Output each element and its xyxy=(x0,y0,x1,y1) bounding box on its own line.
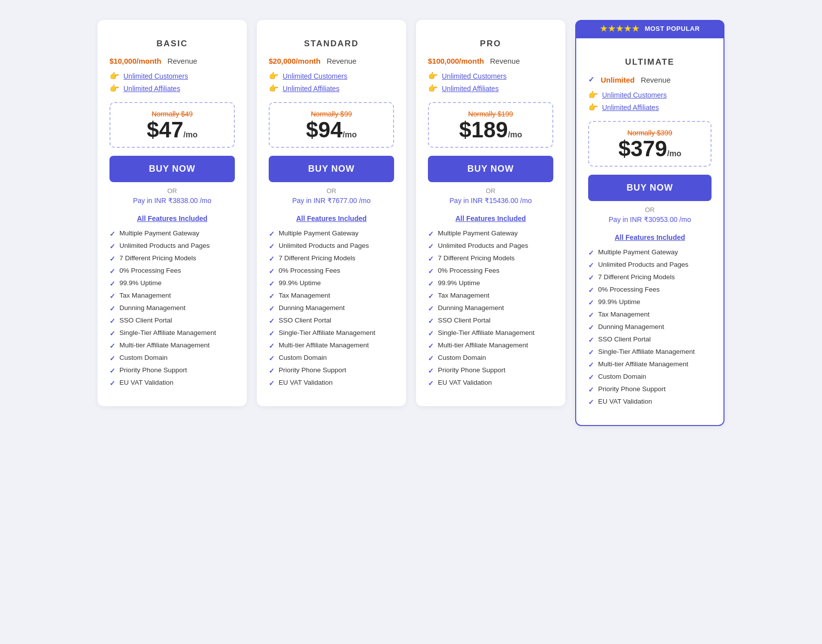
check-icon-feature-ultimate-3: ✓ xyxy=(588,286,594,294)
feature-label-ultimate-0: Multiple Payment Gateway xyxy=(598,248,678,256)
feature-item-basic-3: ✓0% Processing Fees xyxy=(109,267,235,275)
affiliates-link-standard[interactable]: Unlimited Affiliates xyxy=(283,85,339,93)
check-icon-feature-standard-4: ✓ xyxy=(269,280,275,288)
feature-item-basic-9: ✓Multi-tier Affiliate Management xyxy=(109,341,235,350)
feature-item-standard-12: ✓EU VAT Validation xyxy=(269,379,394,387)
buy-button-basic[interactable]: BUY NOW xyxy=(109,156,235,182)
check-icon-feature-standard-0: ✓ xyxy=(269,230,275,238)
check-icon-feature-ultimate-7: ✓ xyxy=(588,336,594,344)
plan-title-basic: BASIC xyxy=(109,39,235,49)
feature-label-pro-12: EU VAT Validation xyxy=(438,379,492,386)
feature-label-pro-8: Single-Tier Affiliate Management xyxy=(438,329,534,336)
current-price-ultimate: $379/mo xyxy=(594,137,706,161)
feature-item-standard-4: ✓99.9% Uptime xyxy=(269,279,394,288)
feature-item-standard-1: ✓Unlimited Products and Pages xyxy=(269,242,394,250)
feature-label-ultimate-1: Unlimited Products and Pages xyxy=(598,261,689,268)
affiliates-line-ultimate: 👉Unlimited Affiliates xyxy=(588,103,712,112)
plan-card-standard: STANDARD$20,000/month Revenue👉Unlimited … xyxy=(257,20,406,406)
feature-item-basic-10: ✓Custom Domain xyxy=(109,354,235,362)
feature-label-pro-5: Tax Management xyxy=(438,292,490,299)
check-icon-feature-pro-11: ✓ xyxy=(428,367,434,375)
feature-label-pro-4: 99.9% Uptime xyxy=(438,279,480,287)
affiliates-link-pro[interactable]: Unlimited Affiliates xyxy=(442,85,499,93)
check-icon-feature-ultimate-2: ✓ xyxy=(588,274,594,282)
feature-label-pro-6: Dunning Management xyxy=(438,304,504,312)
inr-text-pro[interactable]: Pay in INR ₹15436.00 /mo xyxy=(428,197,553,205)
feature-label-pro-10: Custom Domain xyxy=(438,354,486,361)
original-price-ultimate: Normally $399 xyxy=(594,129,706,137)
check-icon-feature-standard-1: ✓ xyxy=(269,242,275,250)
check-icon-feature-standard-10: ✓ xyxy=(269,354,275,362)
check-icon-feature-standard-7: ✓ xyxy=(269,317,275,325)
inr-text-standard[interactable]: Pay in INR ₹7677.00 /mo xyxy=(269,197,394,205)
feature-item-pro-0: ✓Multiple Payment Gateway xyxy=(428,229,553,238)
feature-label-basic-0: Multiple Payment Gateway xyxy=(119,229,200,237)
affiliates-link-ultimate[interactable]: Unlimited Affiliates xyxy=(602,104,659,111)
feature-item-ultimate-12: ✓EU VAT Validation xyxy=(588,398,712,406)
revenue-link-standard[interactable]: $20,000/month xyxy=(269,57,320,65)
buy-button-pro[interactable]: BUY NOW xyxy=(428,156,553,182)
affiliates-link-basic[interactable]: Unlimited Affiliates xyxy=(123,85,180,93)
check-icon-feature-standard-5: ✓ xyxy=(269,292,275,300)
inr-text-basic[interactable]: Pay in INR ₹3838.00 /mo xyxy=(109,197,235,205)
check-icon-feature-basic-8: ✓ xyxy=(109,329,115,337)
feature-label-ultimate-9: Multi-tier Affiliate Management xyxy=(598,360,688,368)
inr-text-ultimate[interactable]: Pay in INR ₹30953.00 /mo xyxy=(588,215,712,223)
revenue-link-ultimate[interactable]: Unlimited xyxy=(601,76,634,84)
revenue-label-ultimate: Revenue xyxy=(641,76,671,84)
feature-label-pro-1: Unlimited Products and Pages xyxy=(438,242,528,249)
feature-item-basic-5: ✓Tax Management xyxy=(109,292,235,300)
feature-label-standard-12: EU VAT Validation xyxy=(279,379,333,386)
check-icon-feature-ultimate-4: ✓ xyxy=(588,299,594,307)
feature-item-ultimate-4: ✓99.9% Uptime xyxy=(588,298,712,307)
revenue-link-basic[interactable]: $10,000/month xyxy=(109,57,161,65)
feature-item-basic-11: ✓Priority Phone Support xyxy=(109,366,235,375)
plan-title-standard: STANDARD xyxy=(269,39,394,49)
feature-item-standard-11: ✓Priority Phone Support xyxy=(269,366,394,375)
original-price-pro: Normally $199 xyxy=(434,110,547,118)
original-price-standard: Normally $99 xyxy=(275,110,388,118)
features-title-standard: All Features Included xyxy=(269,215,394,222)
customers-link-standard[interactable]: Unlimited Customers xyxy=(283,72,347,80)
feature-item-basic-2: ✓7 Different Pricing Models xyxy=(109,254,235,263)
customers-line-ultimate: 👉Unlimited Customers xyxy=(588,90,712,100)
per-mo-pro: /mo xyxy=(508,130,522,139)
feature-item-basic-0: ✓Multiple Payment Gateway xyxy=(109,229,235,238)
feature-label-basic-10: Custom Domain xyxy=(119,354,168,361)
buy-button-standard[interactable]: BUY NOW xyxy=(269,156,394,182)
check-icon-feature-standard-11: ✓ xyxy=(269,367,275,375)
feature-label-ultimate-10: Custom Domain xyxy=(598,373,646,380)
feature-label-ultimate-4: 99.9% Uptime xyxy=(598,298,640,306)
check-icon-feature-pro-5: ✓ xyxy=(428,292,434,300)
revenue-link-pro[interactable]: $100,000/month xyxy=(428,57,484,65)
feature-item-standard-2: ✓7 Different Pricing Models xyxy=(269,254,394,263)
feature-item-ultimate-0: ✓Multiple Payment Gateway xyxy=(588,248,712,257)
feature-label-pro-0: Multiple Payment Gateway xyxy=(438,229,518,237)
customers-link-pro[interactable]: Unlimited Customers xyxy=(442,72,507,80)
popular-label: MOST POPULAR xyxy=(645,25,700,32)
feature-item-standard-9: ✓Multi-tier Affiliate Management xyxy=(269,341,394,350)
feature-label-standard-3: 0% Processing Fees xyxy=(279,267,340,274)
affiliates-line-basic: 👉Unlimited Affiliates xyxy=(109,84,235,93)
feature-item-pro-10: ✓Custom Domain xyxy=(428,354,553,362)
customers-line-pro: 👉Unlimited Customers xyxy=(428,71,553,81)
current-price-basic: $47/mo xyxy=(115,118,229,142)
customers-link-ultimate[interactable]: Unlimited Customers xyxy=(602,91,667,99)
revenue-line-ultimate: ✓ Unlimited Revenue xyxy=(588,75,712,84)
feature-label-ultimate-8: Single-Tier Affiliate Management xyxy=(598,348,695,355)
features-title-basic: All Features Included xyxy=(109,215,235,222)
customers-link-basic[interactable]: Unlimited Customers xyxy=(123,72,188,80)
feature-item-pro-1: ✓Unlimited Products and Pages xyxy=(428,242,553,250)
buy-button-ultimate[interactable]: BUY NOW xyxy=(588,175,712,201)
feature-item-standard-3: ✓0% Processing Fees xyxy=(269,267,394,275)
feature-label-basic-9: Multi-tier Affiliate Management xyxy=(119,341,209,349)
feature-label-basic-5: Tax Management xyxy=(119,292,171,299)
per-mo-basic: /mo xyxy=(183,130,197,139)
check-icon-feature-basic-4: ✓ xyxy=(109,280,115,288)
check-icon-feature-ultimate-10: ✓ xyxy=(588,373,594,381)
check-icon-feature-basic-7: ✓ xyxy=(109,317,115,325)
check-icon-feature-ultimate-5: ✓ xyxy=(588,311,594,319)
feature-label-ultimate-6: Dunning Management xyxy=(598,323,664,330)
revenue-label-basic: Revenue xyxy=(167,57,197,65)
check-icon-feature-pro-7: ✓ xyxy=(428,317,434,325)
